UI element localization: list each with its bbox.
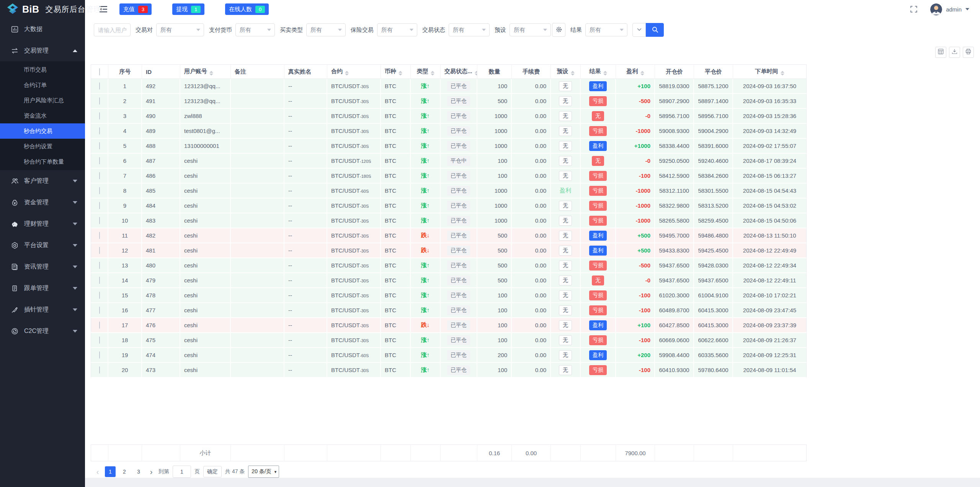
result-select[interactable]: 所有: [585, 23, 627, 36]
row-checkbox[interactable]: [99, 277, 100, 284]
trade-status-select[interactable]: 所有: [449, 23, 490, 36]
cell-no: 12: [108, 243, 142, 258]
sidebar-item-second-contract-order-amount[interactable]: 秒合约下单数量: [0, 154, 85, 169]
row-checkbox[interactable]: [99, 351, 100, 359]
page-button-2[interactable]: 2: [119, 466, 130, 477]
row-checkbox[interactable]: [99, 232, 100, 239]
table-row: 1492123123@qq...--BTC/USDT-30SBTC涨↑已平仓10…: [91, 79, 807, 94]
sidebar-item-contract-orders[interactable]: 合约订单: [0, 77, 85, 93]
row-checkbox[interactable]: [99, 202, 100, 209]
cell-qty: 100: [477, 154, 512, 169]
cell-name: --: [284, 139, 327, 154]
cell-name: --: [284, 273, 327, 288]
toolbar-columns-button[interactable]: [935, 47, 946, 58]
sidebar-item-fund-flow[interactable]: 资金流水: [0, 108, 85, 123]
sidebar-item-second-contract-trading[interactable]: 秒合约交易: [0, 123, 85, 139]
sidebar-item-fund-management[interactable]: 资金管理: [0, 192, 85, 213]
cell-qty: 100: [477, 303, 512, 318]
column-header-account[interactable]: 用户账号: [180, 64, 231, 79]
column-header-preset[interactable]: 预设: [551, 64, 581, 79]
row-checkbox[interactable]: [99, 82, 100, 90]
row-checkbox[interactable]: [99, 142, 100, 149]
cell-name: --: [284, 288, 327, 303]
sidebar-item-trade-management[interactable]: 交易管理: [0, 40, 85, 61]
column-header-type[interactable]: 类型: [411, 64, 441, 79]
cell-close: 59240.4600: [694, 154, 733, 169]
sidebar-item-spot-trading[interactable]: 币币交易: [0, 62, 85, 77]
cell-coin: BTC: [381, 258, 411, 273]
goto-page-input[interactable]: [173, 466, 191, 478]
sidebar-item-user-risk-summary[interactable]: 用户风险率汇总: [0, 93, 85, 108]
cell-qty: 1000: [477, 139, 512, 154]
recharge-button[interactable]: 充值3: [119, 3, 152, 15]
preset-badge: 无: [559, 96, 572, 106]
fullscreen-icon[interactable]: [910, 5, 918, 13]
cell-no: 3: [108, 109, 142, 124]
column-header-profit[interactable]: 盈利: [616, 64, 655, 79]
sidebar-item-pin-management[interactable]: 插针管理: [0, 299, 85, 320]
cell-fee: 0.00: [512, 198, 551, 213]
row-checkbox[interactable]: [99, 157, 100, 164]
page-size-select[interactable]: 20 条/页▾: [248, 466, 279, 478]
row-checkbox[interactable]: [99, 262, 100, 269]
next-page-button[interactable]: ›: [147, 466, 155, 477]
expand-filters-button[interactable]: [632, 23, 646, 37]
cell-remark: [231, 184, 284, 198]
prev-page-button[interactable]: ‹: [94, 466, 101, 477]
preset-select[interactable]: 所有: [510, 23, 551, 36]
column-header-contract[interactable]: 合约: [327, 64, 381, 79]
row-checkbox[interactable]: [99, 292, 100, 299]
row-checkbox[interactable]: [99, 321, 100, 329]
filter-actions: [632, 23, 664, 37]
preset-settings-button[interactable]: [552, 23, 565, 37]
avatar[interactable]: [930, 3, 942, 15]
row-checkbox[interactable]: [99, 97, 100, 105]
cell-remark: [231, 318, 284, 333]
row-checkbox[interactable]: [99, 127, 100, 134]
toolbar-download-button[interactable]: [949, 47, 960, 58]
select-all-checkbox[interactable]: [99, 68, 100, 75]
row-checkbox[interactable]: [99, 172, 100, 179]
toolbar-print-button[interactable]: [963, 47, 974, 58]
cell-open: 58265.5800: [655, 213, 694, 228]
table-row: 18475ceshi--BTC/USDT-30SBTC涨↑已平仓1000.00无…: [91, 333, 807, 348]
row-checkbox[interactable]: [99, 366, 100, 374]
column-header-coin[interactable]: 币种: [381, 64, 411, 79]
sidebar-item-copy-trade-management[interactable]: 跟单管理: [0, 277, 85, 299]
user-menu-caret-icon[interactable]: [965, 8, 969, 10]
sidebar-item-wealth-management[interactable]: 理财管理: [0, 213, 85, 234]
username[interactable]: admin: [946, 6, 962, 13]
sidebar-item-news-management[interactable]: 资讯管理: [0, 256, 85, 277]
trading-pair-select[interactable]: 所有: [156, 23, 204, 36]
type-up-label: 涨↑: [421, 336, 430, 343]
insurance-trade-select[interactable]: 所有: [377, 23, 417, 36]
row-checkbox[interactable]: [99, 217, 100, 224]
row-checkbox[interactable]: [99, 112, 100, 120]
search-button[interactable]: [646, 23, 664, 37]
pay-currency-select[interactable]: 所有: [235, 23, 275, 36]
cell-type: 涨↑: [411, 363, 441, 378]
cell-account: ceshi: [180, 184, 231, 198]
sidebar-item-big-data[interactable]: 大数据: [0, 18, 85, 40]
withdraw-button[interactable]: 提现1: [172, 3, 204, 15]
column-header-result[interactable]: 结果: [581, 64, 616, 79]
online-users-button[interactable]: 在线人数0: [225, 3, 269, 15]
sidebar-item-platform-settings[interactable]: 平台设置: [0, 234, 85, 256]
row-checkbox[interactable]: [99, 247, 100, 254]
user-id-input[interactable]: [94, 23, 131, 36]
column-header-status[interactable]: 交易状态...: [441, 64, 477, 79]
row-checkbox[interactable]: [99, 187, 100, 194]
row-checkbox[interactable]: [99, 307, 100, 314]
selected-value: 所有: [240, 26, 251, 34]
row-checkbox[interactable]: [99, 336, 100, 344]
buy-sell-type-select[interactable]: 所有: [306, 23, 346, 36]
sidebar-item-c2c-management[interactable]: C2C管理: [0, 320, 85, 342]
sidebar-item-second-contract-settings[interactable]: 秒合约设置: [0, 139, 85, 154]
sidebar-item-customer-management[interactable]: 客户管理: [0, 170, 85, 192]
column-header-name: 真实姓名: [284, 64, 327, 79]
page-button-1[interactable]: 1: [105, 466, 116, 477]
goto-confirm-button[interactable]: 确定: [203, 466, 222, 477]
page-button-3[interactable]: 3: [133, 466, 144, 477]
cell-id: 476: [142, 318, 180, 333]
column-header-time[interactable]: 下单时间: [733, 64, 807, 79]
